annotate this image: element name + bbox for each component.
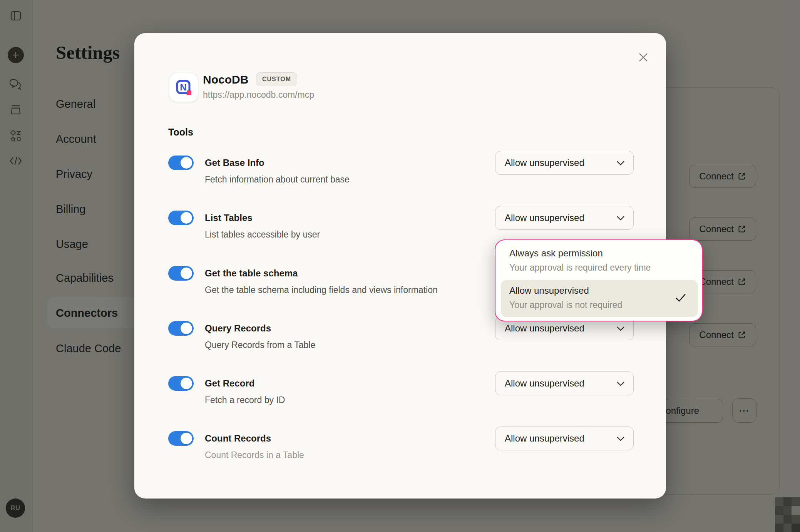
menu-option-always-ask[interactable]: Always ask permission Your approval is r…	[501, 244, 698, 279]
tool-row-count-records: Count Records Count Records in a Table A…	[168, 423, 632, 462]
option-description: Your approval is not required	[509, 299, 622, 311]
tool-description: Get the table schema including fields an…	[205, 284, 438, 296]
connector-url: https://app.nocodb.com/mcp	[203, 89, 314, 101]
custom-badge: CUSTOM	[256, 72, 297, 86]
tool-toggle[interactable]	[168, 431, 194, 446]
connector-logo-tile: N	[169, 73, 198, 102]
tool-toggle[interactable]	[168, 156, 194, 170]
tool-row-get-base-info: Get Base Info Fetch information about cu…	[168, 147, 632, 186]
screen-artifact	[775, 497, 800, 532]
chevron-down-icon	[616, 216, 625, 221]
chevron-down-icon	[616, 326, 625, 331]
chevron-down-icon	[616, 436, 625, 441]
menu-option-allow-unsupervised[interactable]: Allow unsupervised Your approval is not …	[501, 280, 698, 317]
close-button[interactable]	[636, 50, 651, 65]
tool-name: Get Base Info	[205, 156, 264, 169]
permission-value: Allow unsupervised	[505, 157, 616, 168]
permission-value: Allow unsupervised	[505, 212, 616, 223]
tool-toggle[interactable]	[168, 266, 194, 281]
tools-heading: Tools	[168, 125, 193, 139]
chevron-down-icon	[616, 161, 625, 166]
tool-row-list-tables: List Tables List tables accessible by us…	[168, 202, 632, 241]
tool-description: Query Records from a Table	[205, 339, 315, 351]
permission-select[interactable]: Allow unsupervised	[495, 206, 634, 230]
tool-description: List tables accessible by user	[205, 228, 320, 241]
tool-description: Count Records in a Table	[205, 449, 304, 461]
tool-name: List Tables	[205, 211, 253, 224]
tool-toggle[interactable]	[168, 376, 194, 391]
option-description: Your approval is required every time	[509, 261, 651, 274]
nocodb-logo-icon: N	[174, 77, 194, 97]
close-icon	[638, 52, 649, 63]
permission-select[interactable]: Allow unsupervised	[495, 427, 634, 450]
tool-name: Query Records	[205, 322, 271, 335]
option-label: Allow unsupervised	[509, 284, 589, 297]
permission-value: Allow unsupervised	[505, 323, 616, 334]
svg-text:N: N	[180, 82, 186, 92]
tool-description: Fetch a record by ID	[205, 394, 285, 406]
check-icon	[675, 293, 686, 302]
permission-select[interactable]: Allow unsupervised	[495, 371, 634, 395]
option-label: Always ask permission	[509, 247, 603, 259]
chevron-down-icon	[616, 381, 625, 386]
tool-name: Count Records	[205, 432, 271, 445]
tool-toggle[interactable]	[168, 211, 194, 225]
tool-name: Get Record	[205, 377, 254, 390]
permission-value: Allow unsupervised	[505, 433, 616, 444]
tool-row-get-record: Get Record Fetch a record by ID Allow un…	[168, 368, 632, 407]
tool-toggle[interactable]	[168, 321, 194, 336]
tool-name: Get the table schema	[205, 267, 298, 280]
tool-description: Fetch information about current base	[205, 173, 350, 186]
permission-select[interactable]: Allow unsupervised	[495, 151, 634, 175]
app-root: RU Settings General Account Privacy Bill…	[0, 0, 800, 532]
permission-dropdown-menu: Always ask permission Your approval is r…	[495, 239, 703, 321]
permission-value: Allow unsupervised	[505, 378, 616, 389]
connector-title: NocoDB	[203, 73, 248, 87]
